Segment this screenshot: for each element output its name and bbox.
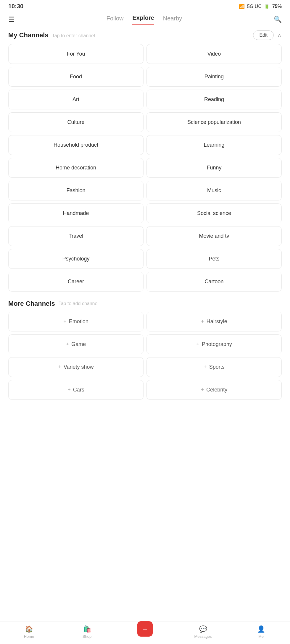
channel-fashion[interactable]: Fashion [8, 181, 144, 200]
home-icon: 🏠 [25, 625, 33, 633]
plus-icon: + [204, 364, 207, 370]
messages-icon: 💬 [199, 625, 207, 633]
more-channel-hairstyle[interactable]: + Hairstyle [146, 312, 282, 331]
channel-food[interactable]: Food [8, 67, 144, 87]
more-channel-cars-label: Cars [73, 387, 84, 393]
messages-label: Messages [194, 634, 212, 639]
channel-painting[interactable]: Painting [146, 67, 282, 87]
status-icons: 📶 5G UC 🔋 75% [239, 4, 282, 9]
more-channel-emotion-label: Emotion [69, 318, 88, 325]
channel-video[interactable]: Video [146, 44, 282, 64]
channel-handmade[interactable]: Handmade [8, 203, 144, 223]
channel-learning[interactable]: Learning [146, 135, 282, 155]
status-bar: 10:30 📶 5G UC 🔋 75% [0, 0, 290, 12]
shop-label: Shop [83, 634, 91, 639]
channel-home-decoration[interactable]: Home decoration [8, 158, 144, 178]
more-channel-celebrity[interactable]: + Celebrity [146, 380, 282, 400]
more-channel-variety-show[interactable]: + Variety show [8, 357, 144, 377]
more-channels-grid: + Emotion + Hairstyle + Game + Photograp… [0, 312, 290, 400]
more-channel-game[interactable]: + Game [8, 334, 144, 354]
plus-icon: + [67, 387, 71, 393]
home-label: Home [24, 634, 34, 639]
plus-icon: + [58, 364, 61, 370]
channel-culture[interactable]: Culture [8, 112, 144, 132]
bottom-nav-messages[interactable]: 💬 Messages [174, 625, 232, 639]
my-channels-title: My Channels [8, 31, 49, 39]
channel-for-you[interactable]: For You [8, 44, 144, 64]
tab-explore[interactable]: Explore [132, 14, 154, 25]
channel-travel[interactable]: Travel [8, 226, 144, 246]
channel-funny[interactable]: Funny [146, 158, 282, 178]
channel-social-science[interactable]: Social science [146, 203, 282, 223]
tab-nearby[interactable]: Nearby [163, 15, 182, 24]
more-channel-game-label: Game [71, 341, 86, 347]
me-label: Me [258, 634, 264, 639]
bottom-nav-me[interactable]: 👤 Me [232, 625, 290, 639]
me-icon: 👤 [257, 625, 265, 633]
more-channel-variety-show-label: Variety show [64, 364, 94, 370]
more-channel-photography[interactable]: + Photography [146, 334, 282, 354]
plus-icon: + [63, 318, 67, 325]
more-channel-emotion[interactable]: + Emotion [8, 312, 144, 331]
post-button[interactable]: + [137, 621, 153, 637]
collapse-icon[interactable]: ∧ [277, 32, 282, 39]
plus-icon: + [66, 341, 69, 347]
my-channels-header: My Channels Tap to enter channel Edit ∧ [0, 25, 290, 44]
tab-follow[interactable]: Follow [107, 15, 124, 24]
bottom-nav-home[interactable]: 🏠 Home [0, 625, 58, 639]
status-time: 10:30 [8, 3, 23, 10]
edit-button[interactable]: Edit [253, 30, 274, 40]
signal-icon: 📶 [239, 4, 245, 9]
network-label: 5G UC [247, 4, 262, 9]
more-channel-sports-label: Sports [209, 364, 225, 370]
more-channels-subtitle: Tap to add channel [59, 301, 99, 306]
my-channels-subtitle: Tap to enter channel [52, 33, 95, 38]
bottom-nav-shop[interactable]: 🛍️ Shop [58, 625, 116, 639]
plus-icon: + [201, 387, 204, 393]
battery-level: 75% [272, 4, 282, 9]
header: ☰ Follow Explore Nearby 🔍 [0, 12, 290, 25]
channel-pets[interactable]: Pets [146, 249, 282, 269]
more-channel-celebrity-label: Celebrity [206, 387, 227, 393]
channel-career[interactable]: Career [8, 272, 144, 292]
bottom-nav: 🏠 Home 🛍️ Shop + 💬 Messages 👤 Me [0, 622, 290, 644]
more-channel-cars[interactable]: + Cars [8, 380, 144, 400]
channel-art[interactable]: Art [8, 90, 144, 109]
channel-reading[interactable]: Reading [146, 90, 282, 109]
more-channels-header: More Channels Tap to add channel [0, 292, 290, 312]
channel-psychology[interactable]: Psychology [8, 249, 144, 269]
battery-icon: 🔋 [264, 4, 270, 9]
channel-household-product[interactable]: Household product [8, 135, 144, 155]
shop-icon: 🛍️ [83, 625, 91, 633]
more-channel-sports[interactable]: + Sports [146, 357, 282, 377]
plus-icon: + [201, 318, 204, 325]
more-channels-title: More Channels [8, 300, 55, 308]
more-channel-photography-label: Photography [202, 341, 232, 347]
channel-cartoon[interactable]: Cartoon [146, 272, 282, 292]
header-tabs: Follow Explore Nearby [107, 14, 182, 25]
more-channel-hairstyle-label: Hairstyle [207, 318, 227, 325]
my-channels-grid: For You Video Food Painting Art Reading … [0, 44, 290, 292]
plus-icon: + [196, 341, 199, 347]
channel-music[interactable]: Music [146, 181, 282, 200]
channel-movie-and-tv[interactable]: Movie and tv [146, 226, 282, 246]
bottom-nav-post[interactable]: + [116, 625, 174, 639]
menu-icon[interactable]: ☰ [8, 15, 15, 24]
search-icon[interactable]: 🔍 [274, 16, 282, 23]
channel-science-popularization[interactable]: Science popularization [146, 112, 282, 132]
